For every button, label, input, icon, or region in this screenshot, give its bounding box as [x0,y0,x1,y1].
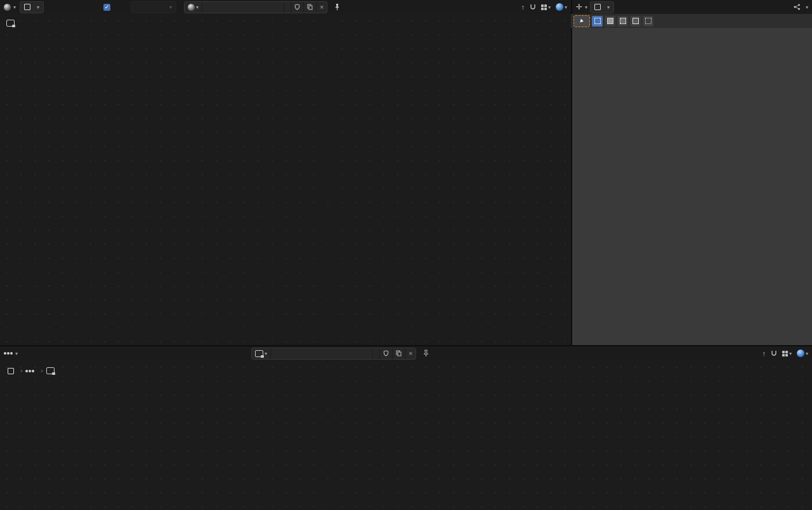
material-browse-button[interactable]: ▾ [185,2,202,13]
shader-mode-dropdown[interactable]: ▾ [20,1,44,13]
select-mode-lasso[interactable] [630,16,641,27]
object-icon [24,4,30,10]
use-nodes-checkbox[interactable]: ✓ [103,4,110,11]
snap-magnet-icon[interactable] [530,4,536,10]
tree-fake-user-shield-icon[interactable] [380,348,393,359]
viewport-3d[interactable] [571,0,812,345]
nodetree-datablock: ▾ × [251,348,416,360]
material-name-field[interactable] [202,2,284,13]
viewport-toolbar [571,14,812,28]
breadcrumb-object-icon [8,368,14,374]
select-mode-tweak[interactable] [592,16,603,27]
slot-dropdown[interactable]: ▾ [131,1,176,13]
geo-header-right-icons: ↑ ▾ ▾ [762,350,808,357]
geo-node-canvas[interactable] [0,360,812,510]
select-tool-button[interactable] [573,15,590,27]
material-users-button[interactable] [284,2,291,13]
geo-snap-magnet-icon[interactable] [771,350,777,356]
nodetree-browse-button[interactable]: ▾ [252,348,271,359]
viewport-editor-type-icon[interactable]: ✛ [576,3,582,11]
nodetree-icon [6,20,15,27]
breadcrumb-modifier-icon [25,370,34,372]
unlink-material-icon[interactable]: × [317,2,327,13]
fake-user-shield-icon[interactable] [291,2,304,13]
shader-editor-type-icon[interactable] [4,4,11,11]
geo-editor-header: ▾ ▾ × ↑ ▾ [0,346,812,360]
shader-editor-header: ▾ ▾ ✓ ▾ ▾ × [0,0,571,14]
snap-target-dropdown[interactable]: ▾ [541,4,551,10]
tree-copy-icon[interactable] [393,348,405,359]
blender-window: ▾ ▾ ✓ ▾ ▾ × [0,0,812,510]
cursor-arrow-icon [580,18,584,23]
pin-icon[interactable] [334,3,341,11]
shader-node-canvas[interactable] [0,14,571,345]
shader-header-right-icons: ↑ ▾ ▾ [521,3,567,11]
object-mode-icon [594,4,601,10]
geo-overlays-dropdown[interactable]: ▾ [797,350,808,357]
overlays-dropdown[interactable]: ▾ [556,3,567,11]
overlay-sphere-icon [556,3,563,11]
use-nodes-toggle[interactable]: ✓ [103,4,113,11]
select-mode-paint[interactable] [643,16,653,27]
geo-parent-up-icon[interactable]: ↑ [762,350,766,357]
orientation-dropdown[interactable]: ▾ [794,4,808,10]
geo-snap-target-dropdown[interactable]: ▾ [782,351,792,356]
nodetree-users-button[interactable] [373,348,380,359]
geo-breadcrumb: › › [8,367,59,374]
material-datablock: ▾ × [184,1,327,13]
mode-dropdown[interactable]: ▾ [590,1,614,13]
tree-unlink-icon[interactable]: × [405,348,416,359]
editor-type-caret-icon: ▾ [13,4,16,10]
snap-grid-icon [541,4,547,10]
copy-material-icon[interactable] [304,2,317,13]
geo-pin-icon[interactable] [422,350,429,357]
parent-up-icon[interactable]: ↑ [521,3,525,11]
geo-overlay-sphere-icon [797,350,804,357]
orientation-icon [794,4,801,10]
nodetree-name-field[interactable] [271,348,373,359]
breadcrumb-tree-icon [46,367,55,374]
select-mode-circle[interactable] [617,16,628,27]
geo-snap-grid-icon [782,351,788,356]
viewport-header: ✛ ▾ ▾ ▾ [571,0,812,14]
geo-editor-type-icon[interactable] [4,352,13,355]
select-mode-box[interactable] [605,16,615,27]
shader-breadcrumb [6,20,18,27]
